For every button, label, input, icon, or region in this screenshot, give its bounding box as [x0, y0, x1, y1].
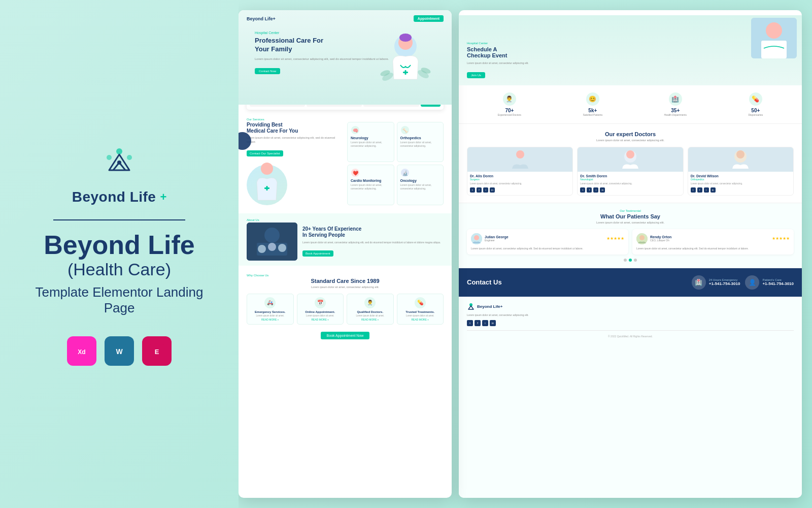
footer-instagram-icon[interactable]: i — [482, 320, 488, 326]
twitter-icon-3[interactable]: t — [691, 187, 696, 193]
patients-number: +1-541-754-3010 — [762, 281, 794, 286]
linkedin-icon[interactable]: in — [490, 187, 495, 193]
mr-checkup-doctor-img — [751, 18, 797, 58]
service-oncology-name: Oncology — [400, 179, 441, 182]
ml-services-layout: Providing BestMedical Care For You Lorem… — [247, 122, 444, 205]
ml-contact-now-btn[interactable]: Contact Now — [255, 68, 280, 74]
footer-brand: Beyond Life+ Lorem ipsum dolor sit amet,… — [467, 303, 794, 326]
dot-3[interactable] — [634, 259, 637, 262]
mr-testimonials-section: Our Testimonial What Our Patients Say Lo… — [459, 203, 802, 268]
service-orthopedics-name: Orthopedics — [400, 136, 441, 140]
service-card-orthopedics: 🦴 Orthopedics Lorem ipsum dolor sit amet… — [397, 122, 444, 162]
linkedin-icon-3[interactable]: in — [710, 187, 716, 193]
mr-checkup-section: Hospital Center Schedule ACheckup Event … — [459, 15, 802, 85]
doctor-smith-spec: Neurologist — [580, 178, 680, 181]
facebook-icon[interactable]: f — [477, 187, 482, 193]
ml-about-layout: 20+ Years Of ExperienceIn Serving People… — [247, 223, 444, 261]
ml-choose-tag: Why Choose Us — [247, 274, 444, 277]
testimonial-rendy: Rendy Orton CEO, Lawyer Oh ★★★★★ Lorem i… — [632, 229, 794, 255]
feature-online: 📅 Online Appointment. Lorem ipsum dolor … — [297, 294, 344, 325]
rendy-avatar — [636, 233, 648, 244]
doctor-smith-photo — [578, 147, 683, 172]
footer-linkedin-icon[interactable]: in — [490, 320, 496, 326]
rendy-role: CEO, Lawyer Oh — [650, 239, 671, 242]
feature-emergency: 🚑 Emergency Services. Lorem ipsum dolor … — [247, 294, 294, 325]
stat-patients-icon: 😊 — [586, 92, 599, 106]
footer-facebook-icon[interactable]: f — [475, 320, 481, 326]
doctor-card-smith: Dr. Smith Doren Neurologist Lorem ipsum … — [577, 147, 683, 196]
testimonial-julian-header: Julian George Engineer ★★★★★ — [471, 233, 624, 244]
mr-join-btn[interactable]: Join Us — [467, 72, 485, 78]
ml-doctor-img — [247, 165, 287, 205]
ml-choose-section: Why Choose Us Standard Care Since 1989 L… — [239, 266, 452, 348]
mr-test-text: Lorem ipsum dolor sit amet, consectetur … — [467, 221, 794, 224]
feature-online-link[interactable]: READ MORE + — [299, 318, 342, 321]
footer-social-links: t f i in — [467, 320, 794, 326]
ml-services-left: Providing BestMedical Care For You Lorem… — [247, 122, 343, 205]
tool-icons-row: Xd W E — [67, 336, 172, 366]
stat-departments-num: 35+ — [664, 108, 687, 113]
ml-book-appointment-btn-wrapper: Book Appointment Now — [247, 330, 444, 339]
footer-twitter-icon[interactable]: t — [467, 320, 473, 326]
service-orthopedics-text: Lorem ipsum dolor sit amet, consectetur … — [400, 141, 441, 147]
mr-checkup-title: Schedule ACheckup Event — [467, 46, 794, 58]
patients-contact: 👤 Patient's Care +1-541-754-3010 — [745, 275, 794, 290]
service-card-neurology: 🧠 Neurology Lorem ipsum dolor sit amet, … — [347, 122, 394, 162]
doctor-smith-name: Dr. Smith Doren — [580, 174, 680, 178]
page-title-sub: (Health Care) — [67, 260, 171, 279]
oncology-icon: 🔬 — [400, 168, 410, 177]
facebook-icon-2[interactable]: f — [587, 187, 592, 193]
doctors-icon: 👨‍⚕️ — [364, 297, 376, 308]
contact-info-area: 🏥 24 Hours Emergency +1-541-754-3010 👤 P… — [692, 275, 794, 290]
stat-dispensaries-label: Dispensaries — [748, 113, 763, 116]
doctor-devid-photo — [688, 147, 793, 172]
julian-name: Julian George — [485, 235, 509, 239]
dot-1[interactable] — [624, 259, 627, 262]
svg-point-3 — [117, 161, 121, 165]
doctor-devid-social: t f i in — [691, 187, 791, 193]
feature-doctors-link[interactable]: READ MORE + — [349, 318, 391, 321]
feature-treatments-link[interactable]: READ MORE + — [399, 318, 442, 321]
svg-point-46 — [474, 235, 479, 240]
emergency-details: 24 Hours Emergency +1-541-754-3010 — [709, 278, 740, 286]
instagram-icon-2[interactable]: i — [593, 187, 598, 193]
feature-online-text: Lorem ipsum dolor sit amet. — [299, 314, 342, 318]
doctor-alis-social: t f i in — [470, 187, 570, 193]
brand-plus-sign: + — [160, 190, 166, 204]
doctor-smith-social: t f i in — [580, 187, 680, 193]
stat-dispensaries-num: 50+ — [748, 108, 763, 113]
mockup-container: Beyond Life+ Appointment Hospital Center… — [239, 10, 802, 498]
ml-specialist-btn[interactable]: Contact Our Specialist — [247, 150, 283, 156]
service-oncology-text: Lorem ipsum dolor sit amet, consectetur … — [400, 183, 441, 190]
julian-review: Lorem ipsum dolor sit amet, consectetur … — [471, 247, 624, 250]
doctor-devid-text: Lorem ipsum dolor sit amet, consectetur … — [691, 182, 791, 185]
footer-copyright: © 2022 QuickMed. All Rights Reserved. — [467, 330, 794, 338]
linkedin-icon-2[interactable]: in — [600, 187, 605, 193]
stat-doctors-num: 70+ — [498, 108, 521, 113]
facebook-icon-3[interactable]: f — [697, 187, 702, 193]
ml-logo: Beyond Life+ — [247, 16, 276, 21]
orthopedics-icon: 🦴 — [400, 125, 410, 135]
patients-icon-circle: 👤 — [745, 275, 759, 290]
svg-point-33 — [258, 245, 266, 253]
instagram-icon[interactable]: i — [483, 187, 488, 193]
emergency-icon: 🚑 — [264, 297, 276, 308]
service-cardio-name: Cardio Monitoring — [351, 179, 391, 182]
svg-point-35 — [278, 244, 286, 252]
wordpress-icon: W — [105, 336, 134, 366]
ml-appointment-button[interactable]: Appointment — [414, 15, 444, 22]
dot-2[interactable] — [629, 259, 632, 262]
instagram-icon-3[interactable]: i — [704, 187, 709, 193]
twitter-icon-2[interactable]: t — [580, 187, 585, 193]
twitter-icon[interactable]: t — [470, 187, 475, 193]
service-neurology-name: Neurology — [351, 136, 391, 140]
xd-icon: Xd — [67, 336, 96, 366]
feature-emergency-link[interactable]: READ MORE + — [249, 318, 291, 321]
emergency-number: +1-541-754-3010 — [709, 281, 740, 286]
mr-test-title: What Our Patients Say — [467, 213, 794, 219]
mr-footer: Beyond Life+ Lorem ipsum dolor sit amet,… — [459, 297, 802, 498]
ml-about-book-btn[interactable]: Book Appointment — [302, 250, 333, 257]
right-panel: Beyond Life+ Appointment Hospital Center… — [239, 0, 812, 508]
stat-dispensaries-icon: 💊 — [749, 92, 762, 106]
ml-book-appointment-button[interactable]: Book Appointment Now — [321, 332, 370, 339]
